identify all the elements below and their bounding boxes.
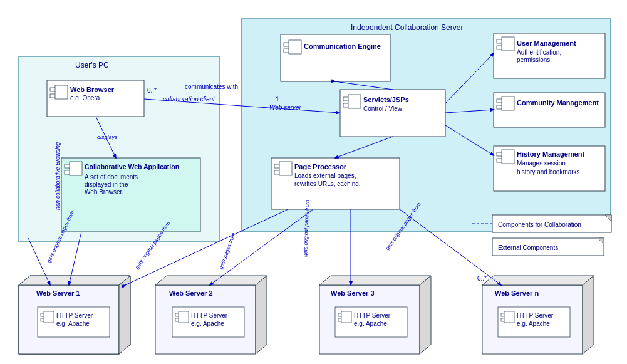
svg-text:Web Server n: Web Server n xyxy=(495,289,539,297)
svg-rect-70 xyxy=(44,311,54,323)
svg-rect-44 xyxy=(502,150,514,164)
svg-text:Manages session: Manages session xyxy=(517,160,566,167)
svg-text:User Management: User Management xyxy=(517,39,576,47)
svg-text:non-collaborative Browsing: non-collaborative Browsing xyxy=(54,142,61,210)
svg-rect-26 xyxy=(502,37,514,51)
svg-text:rewrites URLs, caching.: rewrites URLs, caching. xyxy=(294,180,361,187)
svg-marker-64 xyxy=(19,276,130,285)
svg-text:permissions.: permissions. xyxy=(517,56,552,63)
svg-rect-51 xyxy=(279,162,292,175)
svg-text:Independent Collaboration Serv: Independent Collaboration Server xyxy=(351,23,463,32)
svg-marker-85 xyxy=(420,276,431,354)
svg-rect-100 xyxy=(504,311,514,323)
arrows-svg: User's PC Independent Collaboration Serv… xyxy=(0,0,627,364)
svg-marker-84 xyxy=(319,276,431,285)
svg-text:displayed in the: displayed in the xyxy=(85,181,128,188)
svg-rect-39 xyxy=(502,96,514,110)
svg-text:Servlets/JSPs: Servlets/JSPs xyxy=(363,96,409,103)
svg-rect-80 xyxy=(179,311,189,323)
svg-rect-13 xyxy=(70,162,82,175)
svg-text:e.g. Apache: e.g. Apache xyxy=(56,320,90,327)
svg-text:Web server: Web server xyxy=(269,104,302,111)
svg-text:Web Server 3: Web Server 3 xyxy=(331,289,375,297)
svg-text:e.g. Apache: e.g. Apache xyxy=(517,320,550,327)
svg-marker-65 xyxy=(119,276,130,354)
svg-marker-74 xyxy=(155,276,267,285)
svg-text:Community Management: Community Management xyxy=(517,99,599,107)
svg-text:gets original pages from: gets original pages from xyxy=(302,200,310,257)
svg-text:Collaborative Web Application: Collaborative Web Application xyxy=(85,163,179,170)
svg-text:HTTP Server: HTTP Server xyxy=(517,312,554,319)
svg-text:Page Processor: Page Processor xyxy=(294,163,347,170)
svg-text:Web Server 1: Web Server 1 xyxy=(36,289,80,297)
svg-rect-90 xyxy=(341,311,351,323)
svg-text:History Management: History Management xyxy=(517,150,585,158)
svg-rect-33 xyxy=(348,95,361,108)
svg-text:collaboration client: collaboration client xyxy=(163,96,215,103)
svg-text:User's PC: User's PC xyxy=(75,61,109,70)
svg-text:0..*: 0..* xyxy=(477,275,487,282)
svg-text:Control / View: Control / View xyxy=(363,105,403,112)
svg-text:e.g. Apache: e.g. Apache xyxy=(191,320,224,327)
svg-text:Web Browser: Web Browser xyxy=(70,86,115,93)
svg-text:HTTP Server: HTTP Server xyxy=(56,312,93,319)
svg-text:HTTP Server: HTTP Server xyxy=(354,312,391,319)
svg-rect-7 xyxy=(55,85,68,99)
svg-text:Web Browser.: Web Browser. xyxy=(85,189,123,195)
svg-marker-95 xyxy=(583,276,594,354)
svg-text:Communication Engine: Communication Engine xyxy=(304,43,381,50)
svg-text:Authentification,: Authentification, xyxy=(517,49,561,56)
svg-text:0..*: 0..* xyxy=(147,87,157,94)
svg-text:communicates with: communicates with xyxy=(185,83,238,90)
svg-text:Loads external pages,: Loads external pages, xyxy=(294,172,356,179)
svg-text:1: 1 xyxy=(276,96,279,103)
svg-text:history and bookmarks.: history and bookmarks. xyxy=(517,169,581,175)
diagram: User's PC Independent Collaboration Serv… xyxy=(0,0,627,364)
svg-text:Components for Collaboration: Components for Collaboration xyxy=(498,221,581,228)
svg-rect-21 xyxy=(289,40,301,54)
svg-text:e.g. Opera: e.g. Opera xyxy=(70,95,100,101)
svg-text:Web Server 2: Web Server 2 xyxy=(169,289,213,297)
svg-text:e.g. Apache: e.g. Apache xyxy=(354,320,387,327)
svg-text:External Components: External Components xyxy=(498,244,558,251)
svg-text:HTTP Server: HTTP Server xyxy=(191,312,228,319)
svg-text:A set of documents: A set of documents xyxy=(85,174,138,180)
svg-text:displays: displays xyxy=(97,134,118,140)
svg-marker-75 xyxy=(256,276,267,354)
